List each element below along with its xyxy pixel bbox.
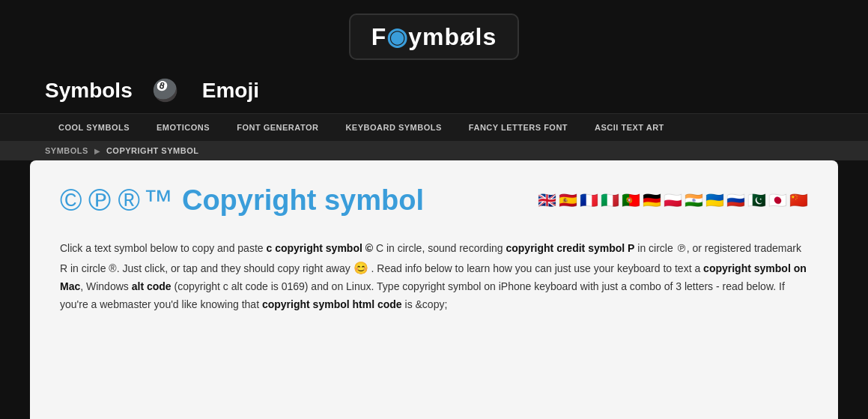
nav-fancy-letters[interactable]: FANCY LETTERS FONT	[455, 114, 581, 141]
breadcrumb: SYMBOLS ▶ COPYRIGHT SYMBOL	[0, 141, 868, 160]
logo-text: F◉ymbøls	[371, 22, 497, 51]
flag-ua[interactable]: 🇺🇦	[705, 191, 724, 209]
flag-es[interactable]: 🇪🇸	[559, 191, 577, 209]
breadcrumb-current: COPYRIGHT SYMBOL	[106, 146, 199, 155]
desc-bold-2: copyright credit symbol P	[506, 242, 634, 254]
nav-emoticons[interactable]: EMOTICONS	[143, 114, 223, 141]
desc-bold-5: copyright symbol html code	[262, 298, 402, 310]
flag-gb[interactable]: 🇬🇧	[538, 191, 556, 209]
desc-intro: Click a text symbol below to copy and pa…	[60, 242, 266, 254]
flag-jp[interactable]: 🇯🇵	[768, 191, 787, 209]
main-content: © ℗ ® ™ Copyright symbol 🇬🇧 🇪🇸 🇫🇷 🇮🇹 🇵🇹 …	[30, 160, 838, 419]
breadcrumb-separator: ▶	[94, 147, 100, 155]
emoji-icon[interactable]: 🎱	[152, 78, 178, 103]
header: F◉ymbøls	[0, 0, 868, 70]
breadcrumb-parent[interactable]: SYMBOLS	[45, 146, 88, 155]
flag-pt[interactable]: 🇵🇹	[622, 191, 640, 209]
smiley-emoji: 😊	[353, 262, 368, 274]
flags-container: 🇬🇧 🇪🇸 🇫🇷 🇮🇹 🇵🇹 🇩🇪 🇵🇱 🇮🇳 🇺🇦 🇷🇺 🇵🇰 🇯🇵 🇨🇳	[538, 191, 808, 209]
logo-symbol: ◉	[386, 23, 408, 50]
nav-font-generator[interactable]: FONT GENERATOR	[223, 114, 332, 141]
copyright-char[interactable]: ©	[60, 184, 82, 217]
desc-bold-1: c copyright symbol ©	[266, 242, 373, 254]
flag-in[interactable]: 🇮🇳	[685, 191, 703, 209]
flag-cn[interactable]: 🇨🇳	[789, 191, 808, 209]
phonogram-char[interactable]: ℗	[85, 183, 115, 217]
page-heading: © ℗ ® ™ Copyright symbol 🇬🇧 🇪🇸 🇫🇷 🇮🇹 🇵🇹 …	[60, 183, 808, 217]
emoji-label: Emoji	[202, 79, 259, 103]
nav-ascii-art[interactable]: ASCII TEXT ART	[581, 114, 678, 141]
flag-de[interactable]: 🇩🇪	[643, 191, 661, 209]
desc-2: C in circle, sound recording	[373, 242, 506, 254]
heading-symbols-group: © ℗ ® ™ Copyright symbol	[60, 183, 424, 217]
desc-4: , Windows	[80, 280, 131, 292]
flag-pk[interactable]: 🇵🇰	[747, 191, 766, 209]
site-title: Symbols	[45, 79, 133, 103]
site-nav: Symbols 🎱 Emoji	[0, 70, 868, 113]
logo-box[interactable]: F◉ymbøls	[349, 13, 520, 60]
registered-char[interactable]: ®	[118, 184, 139, 217]
flag-ru[interactable]: 🇷🇺	[726, 191, 745, 209]
nav-keyboard-symbols[interactable]: KEYBOARD SYMBOLS	[332, 114, 455, 141]
trademark-char[interactable]: ™	[143, 184, 173, 217]
desc-bold-4: alt code	[132, 280, 172, 292]
page-title: Copyright symbol	[182, 184, 424, 217]
flag-fr[interactable]: 🇫🇷	[580, 191, 598, 209]
flag-pl[interactable]: 🇵🇱	[664, 191, 682, 209]
nav-links: COOL SYMBOLS EMOTICONS FONT GENERATOR KE…	[0, 113, 868, 141]
desc-6: is &copy;	[402, 298, 448, 310]
flag-it[interactable]: 🇮🇹	[601, 191, 619, 209]
nav-cool-symbols[interactable]: COOL SYMBOLS	[45, 114, 143, 141]
description-text: Click a text symbol below to copy and pa…	[60, 240, 808, 314]
